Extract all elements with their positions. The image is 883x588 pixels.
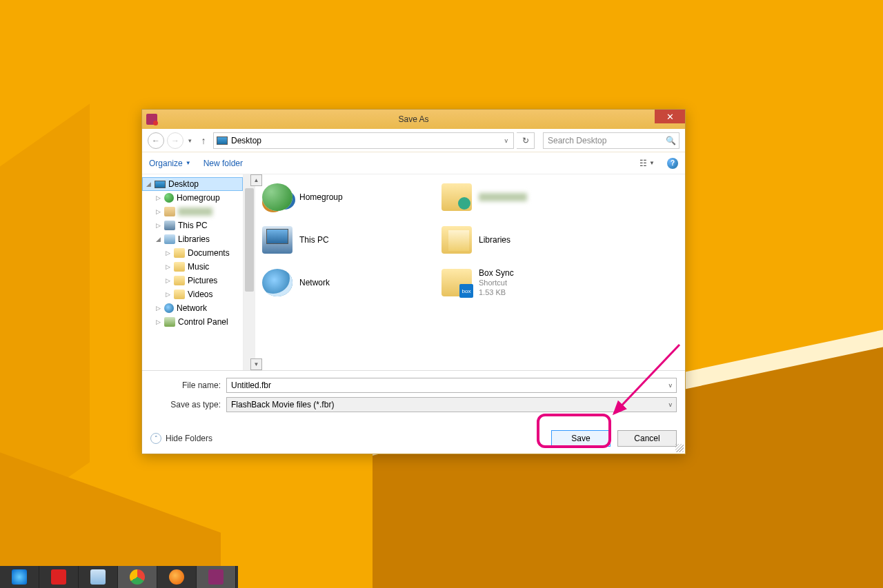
help-button[interactable]: ? [667,158,678,169]
file-item[interactable]: Box SyncShortcut1.53 KB [442,265,614,300]
titlebar[interactable]: Save As ✕ [142,110,685,129]
tree-node[interactable]: ▷Pictures [142,274,243,287]
file-item[interactable]: Libraries [442,223,614,257]
file-item[interactable]: This PC [262,223,435,257]
saveastype-field[interactable]: v [226,397,677,412]
dialog-title: Save As [398,114,428,124]
tree-node[interactable]: ▷Network [142,301,243,315]
desktop-icon [217,136,228,145]
save-as-dialog: Save As ✕ ← → ▾ ↑ v ↻ 🔍 Organize▼ New fo… [141,109,686,454]
back-button[interactable]: ← [148,132,164,149]
address-input[interactable] [231,136,499,145]
forward-button[interactable]: → [167,132,183,149]
tree-scrollbar[interactable]: ▲ ▼ [244,174,255,370]
filename-dropdown-icon[interactable]: v [669,382,673,389]
tree-node[interactable]: ◢Libraries [142,232,243,246]
tree-node[interactable]: ▷Documents [142,246,243,260]
tree-node[interactable]: ▷Homegroup [142,191,243,205]
resize-grip[interactable] [675,444,684,452]
file-item[interactable] [442,180,614,214]
taskbar-flashback[interactable] [197,566,236,588]
refresh-button[interactable]: ↻ [517,132,535,149]
file-item[interactable]: Network [262,265,435,300]
tree-node[interactable]: ▷ [142,205,243,219]
cancel-button[interactable]: Cancel [617,430,677,447]
view-options-button[interactable]: ☷ ▼ [639,159,655,168]
file-list[interactable]: HomegroupThis PCLibrariesNetworkBox Sync… [255,174,685,370]
filename-input[interactable] [231,381,669,390]
tree-node[interactable]: ▷Control Panel [142,315,243,329]
tree-node[interactable]: ▷This PC [142,219,243,232]
scroll-thumb[interactable] [245,188,254,292]
search-icon: 🔍 [662,136,679,145]
address-dropdown-icon[interactable]: v [502,137,511,144]
taskbar-firefox[interactable] [157,566,197,588]
filename-field[interactable]: v [226,378,677,393]
saveastype-input[interactable] [231,400,669,409]
taskbar-ie[interactable] [0,566,39,588]
app-icon [146,114,157,125]
dialog-footer: ˄ Hide Folders Save Cancel [142,419,685,454]
up-button[interactable]: ↑ [197,134,210,148]
chevron-up-icon: ˄ [150,433,161,444]
search-input[interactable] [544,136,662,145]
file-item[interactable]: Homegroup [262,180,435,214]
save-button[interactable]: Save [551,430,611,447]
close-button[interactable]: ✕ [655,110,685,123]
saveastype-dropdown-icon[interactable]: v [669,401,673,408]
filename-form: File name: v Save as type: v [142,371,685,419]
organize-button[interactable]: Organize▼ [149,159,191,168]
taskbar[interactable] [0,566,238,588]
tree-node[interactable]: ◢Desktop [142,177,243,191]
new-folder-button[interactable]: New folder [204,159,243,168]
tree-node[interactable]: ▷Videos [142,287,243,301]
saveastype-label: Save as type: [150,400,226,409]
tree-node[interactable]: ▷Music [142,260,243,274]
history-dropdown[interactable]: ▾ [186,137,194,144]
taskbar-adobe[interactable] [39,566,79,588]
filename-label: File name: [150,381,226,390]
toolbar: Organize▼ New folder ☷ ▼ ? [142,152,685,174]
hide-folders-button[interactable]: ˄ Hide Folders [150,433,212,444]
nav-tree[interactable]: ◢Desktop▷Homegroup▷▷This PC◢Libraries▷Do… [142,174,244,370]
address-bar[interactable]: v [213,132,514,149]
navigation-row: ← → ▾ ↑ v ↻ 🔍 [142,129,685,152]
taskbar-notepad[interactable] [79,566,118,588]
taskbar-chrome[interactable] [118,566,157,588]
search-box[interactable]: 🔍 [543,132,679,149]
